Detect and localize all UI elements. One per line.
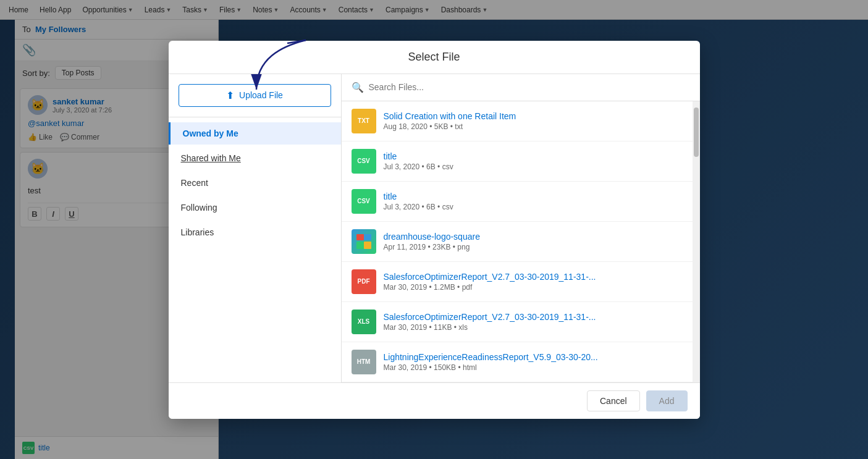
file-meta: Jul 3, 2020 • 6B • csv <box>384 162 683 171</box>
modal-footer: Cancel Add <box>169 383 700 419</box>
file-name: LightningExperienceReadinessReport_V5.9_… <box>384 352 683 362</box>
sidebar-shared-with-me[interactable]: Shared with Me <box>169 147 341 169</box>
file-name: dreamhouse-logo-square <box>384 232 683 242</box>
svg-rect-4 <box>364 242 371 249</box>
add-button[interactable]: Add <box>646 390 688 411</box>
file-type-icon: TXT <box>352 109 376 133</box>
cancel-button[interactable]: Cancel <box>587 390 640 411</box>
file-info: LightningExperienceReadinessReport_V5.9_… <box>384 352 683 372</box>
sidebar-recent[interactable]: Recent <box>169 172 341 194</box>
file-item[interactable]: PDF SalesforceOptimizerReport_V2.7_03-30… <box>342 262 693 302</box>
scrollbar-thumb[interactable] <box>694 107 699 157</box>
file-meta: Aug 18, 2020 • 5KB • txt <box>384 122 683 131</box>
file-list: TXT Solid Creation with one Retail Item … <box>342 101 693 382</box>
svg-rect-2 <box>364 234 371 240</box>
svg-rect-1 <box>356 234 364 240</box>
file-name: Solid Creation with one Retail Item <box>384 111 683 121</box>
modal-sidebar: ⬆ Upload File Owned by Me Shared with Me… <box>169 74 342 382</box>
file-meta: Mar 30, 2019 • 150KB • html <box>384 363 683 372</box>
file-list-container: TXT Solid Creation with one Retail Item … <box>342 101 700 382</box>
search-input[interactable] <box>369 82 690 92</box>
file-name: title <box>384 151 683 161</box>
search-bar: 🔍 <box>342 74 700 101</box>
file-type-icon: CSV <box>352 149 376 174</box>
file-info: title Jul 3, 2020 • 6B • csv <box>384 151 683 171</box>
file-item[interactable]: XLS SalesforceOptimizerReport_V2.7_03-30… <box>342 302 693 342</box>
file-name: SalesforceOptimizerReport_V2.7_03-30-201… <box>384 312 683 322</box>
modal-file-content: 🔍 TXT Solid Creation with one Retail Ite… <box>342 74 700 382</box>
file-type-icon: XLS <box>352 310 376 334</box>
modal-header: Select File <box>169 41 700 74</box>
file-info: SalesforceOptimizerReport_V2.7_03-30-201… <box>384 272 683 292</box>
file-type-icon: HTM <box>352 350 376 374</box>
file-item[interactable]: dreamhouse-logo-square Apr 11, 2019 • 23… <box>342 222 693 262</box>
file-meta: Apr 11, 2019 • 23KB • png <box>384 243 683 251</box>
sidebar-libraries[interactable]: Libraries <box>169 221 341 243</box>
file-info: Solid Creation with one Retail Item Aug … <box>384 111 683 131</box>
file-item[interactable]: CSV title Jul 3, 2020 • 6B • csv <box>342 141 693 182</box>
svg-rect-3 <box>356 242 364 249</box>
file-name: title <box>384 192 683 201</box>
file-meta: Mar 30, 2019 • 11KB • xls <box>384 323 683 332</box>
file-info: SalesforceOptimizerReport_V2.7_03-30-201… <box>384 312 683 332</box>
file-info: dreamhouse-logo-square Apr 11, 2019 • 23… <box>384 232 683 251</box>
search-icon: 🔍 <box>352 82 364 93</box>
file-item[interactable]: CSV title Jul 3, 2020 • 6B • csv <box>342 182 693 222</box>
file-type-icon: PDF <box>352 269 376 294</box>
select-file-modal: Select File ⬆ Upload File Owned by Me Sh… <box>169 41 700 419</box>
file-meta: Jul 3, 2020 • 6B • csv <box>384 203 683 211</box>
upload-file-button[interactable]: ⬆ Upload File <box>179 84 331 107</box>
modal-overlay: Select File ⬆ Upload File Owned by Me Sh… <box>0 0 868 459</box>
modal-title: Select File <box>181 51 688 64</box>
file-item[interactable]: HTM LightningExperienceReadinessReport_V… <box>342 342 693 382</box>
scrollbar-track[interactable] <box>693 101 700 382</box>
file-meta: Mar 30, 2019 • 1.2MB • pdf <box>384 283 683 292</box>
file-info: title Jul 3, 2020 • 6B • csv <box>384 192 683 211</box>
modal-body: ⬆ Upload File Owned by Me Shared with Me… <box>169 74 700 383</box>
sidebar-following[interactable]: Following <box>169 196 341 219</box>
sidebar-owned-by-me[interactable]: Owned by Me <box>169 122 341 145</box>
file-name: SalesforceOptimizerReport_V2.7_03-30-201… <box>384 272 683 282</box>
upload-icon: ⬆ <box>226 90 234 101</box>
sidebar-divider <box>169 117 341 117</box>
file-type-icon <box>352 229 376 254</box>
file-item[interactable]: TXT Solid Creation with one Retail Item … <box>342 101 693 141</box>
file-type-icon: CSV <box>352 189 376 214</box>
